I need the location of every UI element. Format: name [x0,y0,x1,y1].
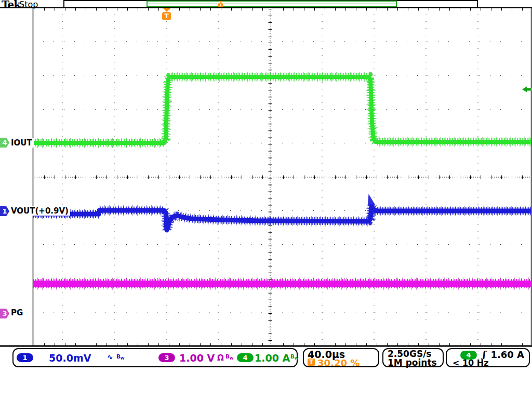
trigger-triangle-icon [163,8,170,12]
vertical-readout-box[interactable]: 1 50.0mV ∿ BW 3 1.00 V Ω BW 4 1.00 A BW [12,348,298,367]
ch1-scale: 50.0mV [49,352,91,364]
acquisition-status: Stop [19,0,38,9]
channel-3-label: PG [10,308,24,317]
trigger-level: 1.60 A [490,349,524,360]
ch3-readout-badge[interactable]: 3 [158,353,175,362]
record-length: 1M points [388,357,437,368]
bw-b: B [225,354,230,360]
bw-b: B [116,354,121,360]
ch3-scale: 1.00 V [179,352,215,364]
trigger-t-icon: T [162,12,171,20]
trace-iout-noise [33,77,531,143]
ch1-readout-badge[interactable]: 1 [17,353,33,362]
trace-iout-fuzz [33,77,531,143]
record-view-window [147,1,397,7]
record-trigger-icon: T [218,1,223,7]
channel-4-label: IOUT [10,138,34,148]
trigger-position-t-icon: T [308,358,315,366]
ohm-icon: Ω [217,353,224,363]
scope-screen-svg [0,0,532,399]
trigger-position-percent: 30.20 % [317,357,360,368]
acquisition-readout-box[interactable]: 2.50GS/s 1M points [382,348,444,367]
trigger-readout-box[interactable]: 4 ʃ 1.60 A < 10 Hz [446,348,530,367]
bw-b: B [290,354,295,360]
bw-w: W [230,356,234,361]
tek-logo: Tek [2,0,20,11]
trigger-frequency: < 10 Hz [453,358,489,368]
trace-vout [33,206,531,230]
trigger-level-arrow-icon[interactable] [522,87,531,92]
bw-w: W [295,356,299,361]
ch4-bw-limit-icon: BW [290,354,298,361]
ch1-bw-limit-icon: BW [116,354,124,361]
ch4-scale: 1.00 A [255,352,290,364]
record-view-midline [148,4,396,4]
ch3-bw-limit-icon: BW [225,354,233,361]
record-trigger-t-icon: T [218,3,223,7]
trigger-position-marker[interactable]: T [162,8,171,20]
ch4-readout-badge[interactable]: 4 [237,353,254,362]
timebase-readout-box[interactable]: 40.0µs T 30.20 % [303,348,379,367]
trace-iout [33,77,531,143]
bw-w: W [121,356,125,361]
record-view-bar: T [63,0,478,8]
channel-1-label: VOUT(+0.9V) [10,206,70,216]
ac-coupling-icon: ∿ [107,353,113,361]
